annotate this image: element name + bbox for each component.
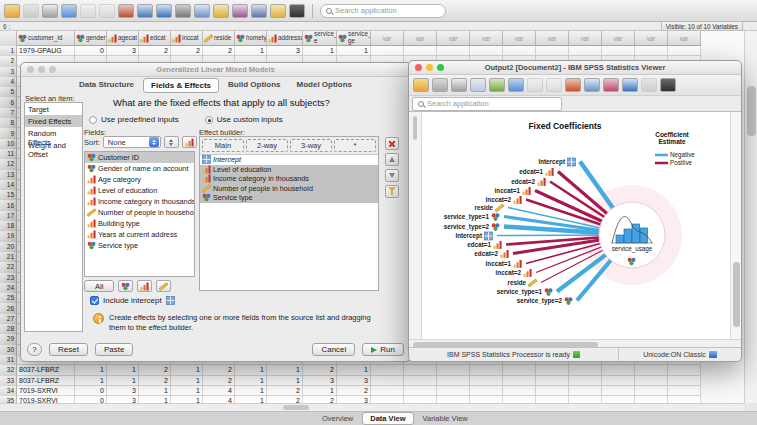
- dialog-tab-model-options[interactable]: Model Options: [290, 78, 360, 93]
- row-number[interactable]: 34: [0, 386, 17, 396]
- dialog-tab-data-structure[interactable]: Data Structure: [72, 78, 141, 93]
- move-up-button[interactable]: [385, 153, 399, 166]
- effect-type-2-way[interactable]: 2-way: [246, 139, 288, 152]
- row-number[interactable]: 23: [0, 273, 17, 283]
- column-header-agecat[interactable]: agecat: [107, 31, 139, 46]
- row-number[interactable]: 6: [0, 97, 17, 107]
- row-number[interactable]: 33: [0, 376, 17, 386]
- viewer-titlebar[interactable]: Output2 [Document2] - IBM SPSS Statistic…: [409, 61, 741, 75]
- data-cell[interactable]: 1: [235, 46, 267, 56]
- row-number[interactable]: 27: [0, 314, 17, 324]
- empty-cell[interactable]: [437, 365, 470, 375]
- value-labels-icon[interactable]: [270, 4, 286, 18]
- use-variable-sets-icon[interactable]: [289, 4, 305, 18]
- data-cell[interactable]: 1: [337, 365, 371, 375]
- field-service-type[interactable]: Service type: [85, 240, 194, 251]
- insert-variable-icon[interactable]: [213, 4, 229, 18]
- row-number[interactable]: 4: [0, 77, 17, 87]
- insert-chart-icon[interactable]: [603, 78, 619, 92]
- data-cell[interactable]: 7019-SXRVI: [17, 386, 75, 396]
- checkbox-checked-icon[interactable]: [90, 296, 99, 305]
- empty-cell[interactable]: [668, 376, 701, 386]
- empty-cell[interactable]: [503, 386, 536, 396]
- dropdown-stepper-icon[interactable]: [149, 137, 159, 147]
- scrollbar-thumb[interactable]: [733, 262, 740, 327]
- empty-cell[interactable]: [569, 365, 602, 375]
- reset-button[interactable]: Reset: [49, 343, 88, 356]
- data-cell[interactable]: 0: [75, 46, 107, 56]
- empty-cell[interactable]: [371, 376, 404, 386]
- search-application-box[interactable]: [320, 4, 446, 18]
- empty-cell[interactable]: [404, 46, 437, 56]
- viewer-search-box[interactable]: [412, 97, 562, 111]
- column-header-service-usa[interactable]: service_usa ge: [337, 31, 371, 46]
- filter-scale-button[interactable]: [156, 280, 171, 292]
- empty-cell[interactable]: [602, 376, 635, 386]
- empty-cell[interactable]: [536, 376, 569, 386]
- item-fixed-effects[interactable]: Fixed Effects: [25, 115, 82, 127]
- data-cell[interactable]: 2: [337, 386, 371, 396]
- radio-use-predefined-inputs[interactable]: Use predefined inputs: [89, 115, 179, 124]
- split-file-icon[interactable]: [232, 4, 248, 18]
- row-number[interactable]: 24: [0, 283, 17, 293]
- effect-type-3-way[interactable]: 3-way: [290, 139, 332, 152]
- empty-cell[interactable]: [371, 365, 404, 375]
- filter-ordinal-button[interactable]: [137, 280, 152, 292]
- empty-cell[interactable]: [503, 46, 536, 56]
- undo-icon[interactable]: [527, 78, 543, 92]
- empty-cell[interactable]: [635, 386, 668, 396]
- empty-cell[interactable]: [602, 365, 635, 375]
- item-weight-and-offset[interactable]: Weight and Offset: [25, 139, 82, 151]
- field-level-of-education[interactable]: Level of education: [85, 185, 194, 196]
- row-number[interactable]: 7: [0, 108, 17, 118]
- row-number[interactable]: 32: [0, 365, 17, 375]
- insert-cases-icon[interactable]: [194, 4, 210, 18]
- var-column-header[interactable]: var: [635, 31, 668, 46]
- editor-horizontal-scrollbar[interactable]: [0, 403, 744, 411]
- save-icon[interactable]: [432, 78, 448, 92]
- search-input[interactable]: [335, 6, 440, 15]
- empty-cell[interactable]: [470, 46, 503, 56]
- empty-cell[interactable]: [569, 376, 602, 386]
- data-cell[interactable]: 2: [203, 46, 235, 56]
- row-number[interactable]: 21: [0, 252, 17, 262]
- empty-cell[interactable]: [470, 376, 503, 386]
- data-cell[interactable]: 2: [171, 46, 203, 56]
- row-number[interactable]: 12: [0, 159, 17, 169]
- column-header-gender[interactable]: gender: [75, 31, 107, 46]
- column-header-customer-id[interactable]: customer_id: [17, 31, 75, 46]
- data-cell[interactable]: 1: [267, 376, 303, 386]
- empty-cell[interactable]: [536, 46, 569, 56]
- effect-type-[interactable]: *: [334, 139, 376, 152]
- field-number-of-people-in-household[interactable]: Number of people in household: [85, 207, 194, 218]
- column-header-addresscat[interactable]: addresscat: [267, 31, 303, 46]
- row-number[interactable]: 26: [0, 303, 17, 313]
- effect-type-main[interactable]: Main: [202, 139, 244, 152]
- row-number[interactable]: 14: [0, 180, 17, 190]
- print-icon[interactable]: [451, 78, 467, 92]
- radio-icon[interactable]: [89, 116, 97, 124]
- data-cell[interactable]: 3: [303, 376, 337, 386]
- row-number[interactable]: 29: [0, 334, 17, 344]
- weight-cases-icon[interactable]: [251, 4, 267, 18]
- effect-service-type[interactable]: Service type: [200, 193, 378, 203]
- save-icon[interactable]: [23, 4, 39, 18]
- dialog-titlebar[interactable]: Generalized Linear Mixed Models: [21, 63, 410, 77]
- run-button[interactable]: Run: [362, 343, 404, 356]
- empty-cell[interactable]: [437, 386, 470, 396]
- redo-icon[interactable]: [546, 78, 562, 92]
- column-header-service-typ[interactable]: service_typ e: [303, 31, 337, 46]
- cancel-button[interactable]: Cancel: [312, 343, 355, 356]
- variables-icon[interactable]: [156, 4, 172, 18]
- empty-cell[interactable]: [635, 376, 668, 386]
- row-number[interactable]: 31: [0, 355, 17, 365]
- empty-cell[interactable]: [635, 365, 668, 375]
- item-target[interactable]: Target: [25, 103, 82, 115]
- show-all-icon[interactable]: [641, 78, 657, 92]
- item-random-effects[interactable]: Random Effects: [25, 127, 82, 139]
- row-number[interactable]: 3: [0, 67, 17, 77]
- data-cell[interactable]: 1: [107, 365, 139, 375]
- field-income-category-in-thousands[interactable]: Income category in thousands: [85, 196, 194, 207]
- outline-scroll-thumb[interactable]: [413, 116, 417, 140]
- var-column-header[interactable]: var: [569, 31, 602, 46]
